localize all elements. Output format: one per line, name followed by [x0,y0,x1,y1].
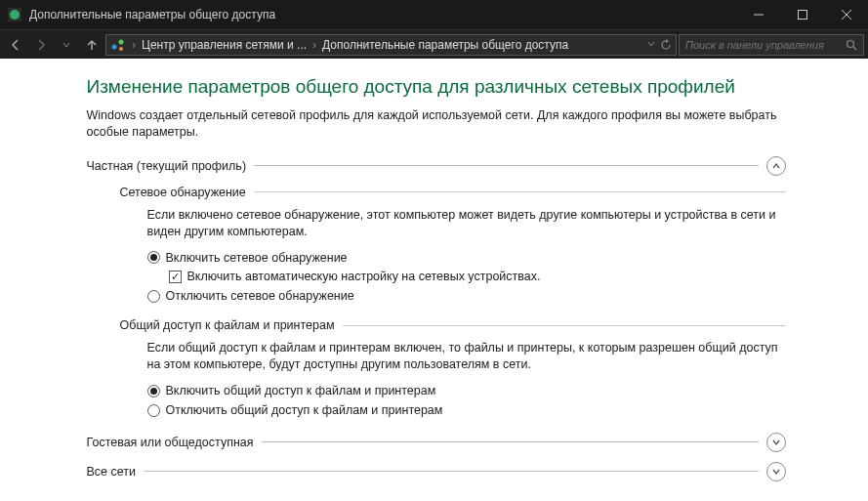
breadcrumb-item[interactable]: Дополнительные параметры общего доступа [322,38,568,52]
checkbox-icon: ✓ [169,271,182,283]
section-desc: Если общий доступ к файлам и принтерам в… [147,340,786,373]
radio-discovery-on[interactable]: Включить сетевое обнаружение [147,250,786,267]
section-file-sharing: Общий доступ к файлам и принтерам Если о… [120,318,786,419]
section-desc: Если включено сетевое обнаружение, этот … [147,207,786,240]
forward-button[interactable] [29,33,53,57]
radio-label: Отключить общий доступ к файлам и принте… [166,402,443,419]
radio-label: Включить сетевое обнаружение [166,250,348,267]
checkbox-label: Включить автоматическую настройку на сет… [187,269,541,285]
radio-sharing-on[interactable]: Включить общий доступ к файлам и принтер… [147,383,786,399]
chevron-down-icon[interactable] [766,433,786,452]
up-button[interactable] [80,33,103,57]
content-area: Изменение параметров общего доступа для … [0,59,868,501]
network-icon [110,37,126,53]
radio-icon [147,404,160,417]
dropdown-icon[interactable] [646,39,656,51]
checkbox-auto-setup[interactable]: ✓ Включить автоматическую настройку на с… [169,269,786,285]
chevron-right-icon: › [312,38,316,52]
profile-label: Гостевая или общедоступная [87,436,254,449]
minimize-button[interactable] [736,0,780,29]
app-icon [0,8,29,21]
profile-guest-header[interactable]: Гостевая или общедоступная [87,433,786,452]
window-title: Дополнительные параметры общего доступа [29,8,736,21]
address-bar[interactable]: › Центр управления сетями и ... › Дополн… [105,34,677,56]
svg-point-6 [112,44,117,49]
profile-label: Частная (текущий профиль) [87,159,247,173]
section-title: Сетевое обнаружение [120,186,246,199]
section-network-discovery: Сетевое обнаружение Если включено сетево… [120,186,786,305]
section-title: Общий доступ к файлам и принтерам [120,318,335,332]
radio-icon [147,385,160,397]
profile-private-header[interactable]: Частная (текущий профиль) [87,156,786,176]
svg-point-7 [119,39,124,44]
page-intro: Windows создает отдельный сетевой профил… [87,107,786,141]
search-box[interactable] [679,34,864,56]
titlebar: Дополнительные параметры общего доступа [0,0,868,29]
profile-label: Все сети [87,465,137,479]
radio-discovery-off[interactable]: Отключить сетевое обнаружение [147,288,786,305]
svg-point-9 [847,40,854,47]
chevron-up-icon[interactable] [766,156,786,176]
svg-point-8 [119,47,123,51]
maximize-button[interactable] [780,0,824,29]
navbar: › Центр управления сетями и ... › Дополн… [0,29,868,59]
radio-sharing-off[interactable]: Отключить общий доступ к файлам и принте… [147,402,786,419]
refresh-icon[interactable] [660,39,672,51]
search-input[interactable] [685,39,840,51]
profile-all-header[interactable]: Все сети [87,462,786,481]
radio-label: Включить общий доступ к файлам и принтер… [166,383,436,399]
chevron-down-icon[interactable] [766,462,786,481]
breadcrumb-item[interactable]: Центр управления сетями и ... [142,38,307,52]
recent-dropdown[interactable] [55,33,78,57]
page-heading: Изменение параметров общего доступа для … [87,76,786,98]
svg-rect-3 [798,11,806,20]
svg-point-1 [10,10,20,20]
radio-icon [147,290,160,303]
back-button[interactable] [4,33,27,57]
radio-label: Отключить сетевое обнаружение [166,288,354,305]
chevron-right-icon: › [132,38,136,52]
radio-icon [147,251,160,264]
search-icon[interactable] [846,39,857,51]
close-button[interactable] [824,0,868,29]
svg-line-10 [853,47,856,50]
